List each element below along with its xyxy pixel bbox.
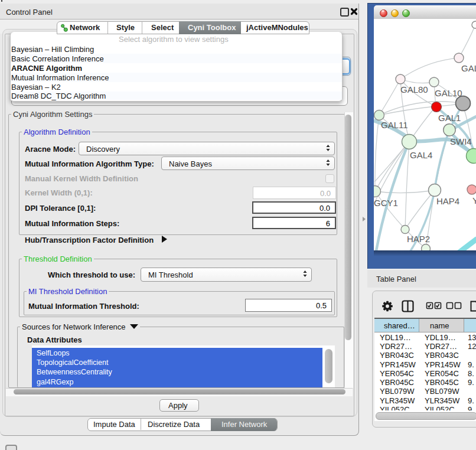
svg-text:GAL1: GAL1 [438,113,461,123]
svg-text:GAL2: GAL2 [461,63,476,73]
svg-text:GCY1: GCY1 [374,198,398,208]
svg-text:HAP4: HAP4 [436,196,459,206]
svg-text:GAL10: GAL10 [435,88,462,98]
svg-text:SWI4: SWI4 [450,136,472,146]
svg-text:HAP2: HAP2 [407,234,430,244]
svg-text:YEL0: YEL0 [472,195,476,206]
svg-text:GAL11: GAL11 [381,120,408,130]
svg-text:GAL4: GAL4 [410,150,432,160]
svg-text:GAL80: GAL80 [400,84,428,94]
